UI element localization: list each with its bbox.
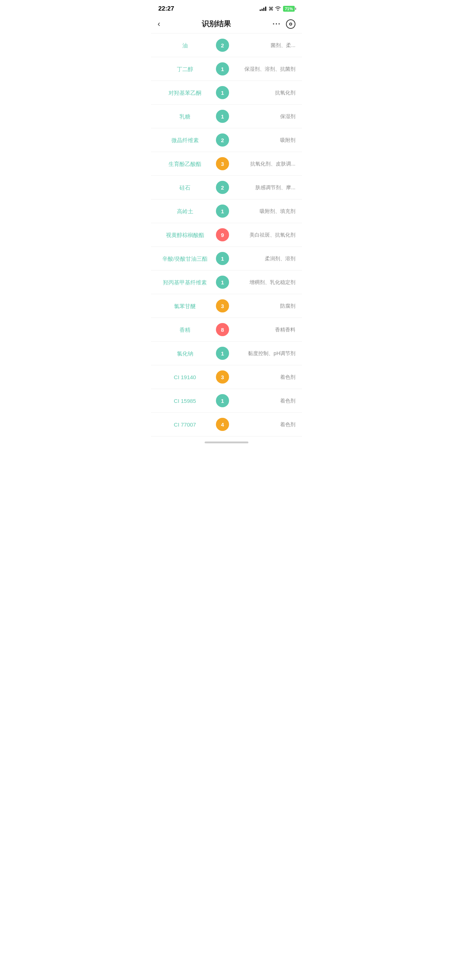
home-indicator bbox=[151, 436, 302, 446]
list-item[interactable]: 辛酸/癸酸甘油三酯 1 柔润剂、溶剂 bbox=[151, 247, 302, 270]
camera-button[interactable] bbox=[286, 19, 295, 29]
safety-badge: 2 bbox=[216, 39, 229, 52]
list-item[interactable]: 油 2 菌剂、柔... bbox=[151, 33, 302, 57]
ingredient-name: 对羟基苯乙酮 bbox=[158, 89, 212, 97]
ingredient-description: 肤感调节剂、摩... bbox=[233, 184, 295, 191]
list-item[interactable]: CI 19140 3 着色剂 bbox=[151, 365, 302, 389]
status-icons: ⌘ 71% bbox=[260, 6, 295, 12]
header-actions: ··· bbox=[273, 19, 295, 29]
page-title: 识别结果 bbox=[202, 19, 231, 29]
ingredient-name: 香精 bbox=[158, 326, 212, 334]
list-item[interactable]: 生育酚乙酸酯 3 抗氧化剂、皮肤调... bbox=[151, 152, 302, 176]
ingredient-description: 吸附剂、填充剂 bbox=[233, 207, 295, 215]
battery-icon: 71% bbox=[283, 6, 295, 12]
list-item[interactable]: 高岭土 1 吸附剂、填充剂 bbox=[151, 199, 302, 223]
safety-badge: 1 bbox=[216, 86, 229, 99]
ingredient-name: 高岭土 bbox=[158, 207, 212, 215]
ingredient-name: 乳糖 bbox=[158, 113, 212, 120]
safety-badge: 1 bbox=[216, 347, 229, 360]
ingredient-description: 菌剂、柔... bbox=[233, 41, 295, 49]
ingredient-description: 美白祛斑、抗氧化剂 bbox=[233, 231, 295, 239]
safety-badge: 1 bbox=[216, 252, 229, 265]
safety-badge: 3 bbox=[216, 299, 229, 312]
ingredient-description: 香精香料 bbox=[233, 326, 295, 334]
ingredient-name: 氯苯甘醚 bbox=[158, 302, 212, 310]
status-time: 22:27 bbox=[158, 5, 174, 13]
ingredient-name: 油 bbox=[158, 41, 212, 49]
back-button[interactable]: ‹ bbox=[158, 19, 160, 29]
wifi-icon: ⌘ bbox=[268, 6, 281, 12]
safety-badge: 1 bbox=[216, 62, 229, 75]
ingredient-description: 黏度控制、pH调节剂 bbox=[233, 350, 295, 357]
ingredient-name: CI 19140 bbox=[158, 373, 212, 381]
ingredient-description: 吸附剂 bbox=[233, 136, 295, 144]
list-item[interactable]: 香精 8 香精香料 bbox=[151, 318, 302, 342]
header: ‹ 识别结果 ··· bbox=[151, 15, 302, 33]
list-item[interactable]: 对羟基苯乙酮 1 抗氧化剂 bbox=[151, 81, 302, 105]
ingredient-description: 着色剂 bbox=[233, 373, 295, 381]
safety-badge: 3 bbox=[216, 371, 229, 383]
safety-badge: 2 bbox=[216, 181, 229, 194]
ingredient-name: CI 15985 bbox=[158, 397, 212, 405]
ingredient-description: 防腐剂 bbox=[233, 302, 295, 310]
ingredient-description: 保湿剂、溶剂、抗菌剂 bbox=[233, 65, 295, 73]
ingredient-list: 油 2 菌剂、柔... 丁二醇 1 保湿剂、溶剂、抗菌剂 对羟基苯乙酮 1 抗氧… bbox=[151, 33, 302, 436]
camera-inner-icon bbox=[289, 22, 292, 25]
more-options-button[interactable]: ··· bbox=[273, 20, 281, 28]
home-bar bbox=[205, 442, 248, 443]
list-item[interactable]: CI 15985 1 着色剂 bbox=[151, 389, 302, 413]
safety-badge: 1 bbox=[216, 275, 229, 289]
ingredient-description: 保湿剂 bbox=[233, 113, 295, 120]
safety-badge: 3 bbox=[216, 157, 229, 170]
ingredient-description: 增稠剂、乳化稳定剂 bbox=[233, 278, 295, 286]
safety-badge: 8 bbox=[216, 323, 229, 336]
list-item[interactable]: CI 77007 4 着色剂 bbox=[151, 413, 302, 436]
safety-badge: 1 bbox=[216, 110, 229, 123]
signal-icon bbox=[260, 6, 266, 11]
ingredient-name: 视黄醇棕榈酸酯 bbox=[158, 231, 212, 239]
list-item[interactable]: 硅石 2 肤感调节剂、摩... bbox=[151, 176, 302, 199]
status-bar: 22:27 ⌘ 71% bbox=[151, 0, 302, 15]
list-item[interactable]: 氯苯甘醚 3 防腐剂 bbox=[151, 294, 302, 318]
ingredient-name: 氯化钠 bbox=[158, 350, 212, 357]
list-item[interactable]: 微晶纤维素 2 吸附剂 bbox=[151, 128, 302, 152]
ingredient-description: 着色剂 bbox=[233, 421, 295, 428]
ingredient-name: 微晶纤维素 bbox=[158, 136, 212, 144]
ingredient-description: 柔润剂、溶剂 bbox=[233, 255, 295, 262]
ingredient-name: 硅石 bbox=[158, 184, 212, 191]
list-item[interactable]: 氯化钠 1 黏度控制、pH调节剂 bbox=[151, 342, 302, 365]
safety-badge: 9 bbox=[216, 228, 229, 241]
ingredient-name: 生育酚乙酸酯 bbox=[158, 160, 212, 168]
ingredient-description: 抗氧化剂 bbox=[233, 89, 295, 97]
safety-badge: 1 bbox=[216, 394, 229, 407]
ingredient-description: 抗氧化剂、皮肤调... bbox=[233, 160, 295, 168]
list-item[interactable]: 乳糖 1 保湿剂 bbox=[151, 105, 302, 128]
safety-badge: 4 bbox=[216, 418, 229, 431]
safety-badge: 2 bbox=[216, 134, 229, 146]
ingredient-name: CI 77007 bbox=[158, 421, 212, 428]
list-item[interactable]: 视黄醇棕榈酸酯 9 美白祛斑、抗氧化剂 bbox=[151, 223, 302, 247]
safety-badge: 1 bbox=[216, 205, 229, 218]
ingredient-name: 羟丙基甲基纤维素 bbox=[158, 278, 212, 286]
list-item[interactable]: 羟丙基甲基纤维素 1 增稠剂、乳化稳定剂 bbox=[151, 270, 302, 294]
list-item[interactable]: 丁二醇 1 保湿剂、溶剂、抗菌剂 bbox=[151, 57, 302, 81]
ingredient-description: 着色剂 bbox=[233, 397, 295, 405]
ingredient-name: 丁二醇 bbox=[158, 65, 212, 73]
ingredient-name: 辛酸/癸酸甘油三酯 bbox=[158, 255, 212, 262]
